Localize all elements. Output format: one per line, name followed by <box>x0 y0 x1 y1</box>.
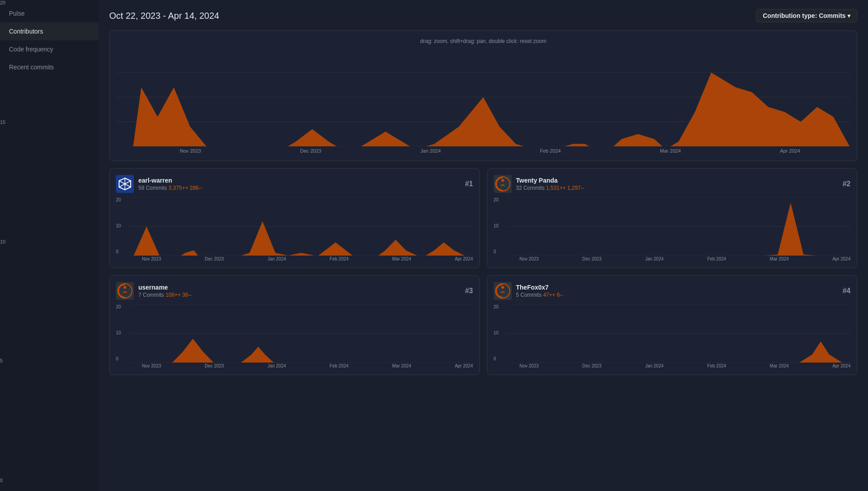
svg-marker-31 <box>765 203 816 256</box>
commits-count-4: 5 Commits <box>516 292 542 298</box>
mini-chart-2[interactable] <box>507 197 851 256</box>
rank-4: #4 <box>842 287 851 295</box>
contributor-name-4[interactable]: TheFox0x7 <box>516 284 564 291</box>
mini-chart-wrap-4: 20 10 0 <box>494 304 851 368</box>
main-content: Oct 22, 2023 - Apr 14, 2024 Contribution… <box>98 0 868 491</box>
svg-marker-37 <box>172 339 214 363</box>
commits-count-2: 32 Commits <box>516 185 545 191</box>
contributors-grid: earl-warren 58 Commits 3,375++ 286-- #1 … <box>109 168 857 375</box>
contribution-type-button[interactable]: Contribution type: Commits ▾ <box>756 9 857 22</box>
contributor-stats-1: 58 Commits 3,375++ 286-- <box>138 185 202 191</box>
svg-marker-23 <box>318 242 353 256</box>
svg-marker-25 <box>426 242 464 256</box>
contributor-header-1: earl-warren 58 Commits 3,375++ 286-- #1 <box>116 175 473 193</box>
svg-point-39 <box>496 284 510 298</box>
mini-chart-3[interactable] <box>129 304 473 363</box>
mini-x-labels-2: Nov 2023 Dec 2023 Jan 2024 Feb 2024 Mar … <box>507 256 851 261</box>
mini-x-labels-3: Nov 2023 Dec 2023 Jan 2024 Feb 2024 Mar … <box>129 363 473 368</box>
commits-count-1: 58 Commits <box>138 185 167 191</box>
mini-chart-1[interactable] <box>129 197 473 256</box>
additions-4: 47++ <box>543 292 555 298</box>
deletions-1: 286-- <box>190 185 202 191</box>
svg-point-26 <box>496 177 510 191</box>
deletions-3: 36-- <box>182 292 192 298</box>
svg-marker-5 <box>117 87 280 146</box>
avatar-twenty-panda <box>494 175 512 193</box>
contributor-info-4: TheFox0x7 5 Commits 47++ 6-- <box>494 282 564 300</box>
contributor-card-1: earl-warren 58 Commits 3,375++ 286-- #1 … <box>109 168 480 268</box>
svg-marker-19 <box>129 226 181 256</box>
date-range: Oct 22, 2023 - Apr 14, 2024 <box>109 11 219 21</box>
mini-chart-wrap-1: 20 10 0 <box>116 197 473 261</box>
contribution-type-label: Contribution type: <box>763 12 819 19</box>
svg-marker-20 <box>181 250 207 256</box>
rank-3: #3 <box>465 287 473 295</box>
contributor-info-3: username 7 Commits 108++ 36-- <box>116 282 192 300</box>
rank-2: #2 <box>842 180 851 188</box>
avatar-thefox0x7 <box>494 282 512 300</box>
svg-marker-24 <box>378 240 417 256</box>
contributor-name-wrap-2: Twenty Panda 32 Commits 1,531++ 1,297-- <box>516 177 585 191</box>
svg-point-33 <box>124 286 126 289</box>
sidebar-item-code-frequency[interactable]: Code frequency <box>0 40 98 58</box>
contribution-type-value: Commits <box>819 12 846 19</box>
contributor-name-3[interactable]: username <box>138 284 192 291</box>
additions-2: 1,531++ <box>546 185 566 191</box>
header-row: Oct 22, 2023 - Apr 14, 2024 Contribution… <box>109 9 857 22</box>
sidebar-item-contributors[interactable]: Contributors <box>0 22 98 40</box>
contributor-header-2: Twenty Panda 32 Commits 1,531++ 1,297-- … <box>494 175 851 193</box>
sidebar-item-pulse[interactable]: Pulse <box>0 4 98 22</box>
sidebar-item-recent-commits[interactable]: Recent commits <box>0 58 98 76</box>
mini-x-labels-1: Nov 2023 Dec 2023 Jan 2024 Feb 2024 Mar … <box>129 256 473 261</box>
overview-chart[interactable] <box>117 48 850 146</box>
mini-chart-4[interactable] <box>507 304 851 363</box>
mini-x-labels-4: Nov 2023 Dec 2023 Jan 2024 Feb 2024 Mar … <box>507 363 851 368</box>
svg-point-40 <box>501 286 504 289</box>
contributor-card-3: username 7 Commits 108++ 36-- #3 20 10 <box>109 275 480 375</box>
contributor-stats-3: 7 Commits 108++ 36-- <box>138 292 192 298</box>
svg-marker-38 <box>241 347 274 363</box>
contributor-name-wrap-1: earl-warren 58 Commits 3,375++ 286-- <box>138 177 202 191</box>
svg-marker-44 <box>799 342 842 363</box>
contributor-card-4: TheFox0x7 5 Commits 47++ 6-- #4 20 10 <box>487 275 858 375</box>
contributor-stats-2: 32 Commits 1,531++ 1,297-- <box>516 185 585 191</box>
svg-marker-9 <box>614 134 663 147</box>
overview-chart-section: drag: zoom, shift+drag: pan, double clic… <box>109 30 857 161</box>
contributor-header-4: TheFox0x7 5 Commits 47++ 6-- #4 <box>494 282 851 300</box>
mini-chart-wrap-3: 20 10 0 <box>116 304 473 368</box>
contributor-stats-4: 5 Commits 47++ 6-- <box>516 292 564 298</box>
contributor-info-1: earl-warren 58 Commits 3,375++ 286-- <box>116 175 202 193</box>
additions-3: 108++ <box>166 292 181 298</box>
svg-point-32 <box>118 284 132 298</box>
svg-point-27 <box>501 179 504 182</box>
sidebar: Pulse Contributors Code frequency Recent… <box>0 0 98 491</box>
mini-chart-wrap-2: 20 10 0 <box>494 197 851 261</box>
additions-1: 3,375++ <box>168 185 188 191</box>
contributor-name-wrap-3: username 7 Commits 108++ 36-- <box>138 284 192 298</box>
contributor-name-2[interactable]: Twenty Panda <box>516 177 585 184</box>
contributor-card-2: Twenty Panda 32 Commits 1,531++ 1,297-- … <box>487 168 858 268</box>
contributor-header-3: username 7 Commits 108++ 36-- #3 <box>116 282 473 300</box>
svg-marker-6 <box>288 129 410 147</box>
x-axis-labels: Nov 2023 Dec 2023 Jan 2024 Feb 2024 Mar … <box>117 148 850 154</box>
svg-marker-8 <box>564 144 589 147</box>
commits-count-3: 7 Commits <box>138 292 164 298</box>
chart-hint: drag: zoom, shift+drag: pan, double clic… <box>117 38 850 44</box>
contributor-name-1[interactable]: earl-warren <box>138 177 202 184</box>
contributor-info-2: Twenty Panda 32 Commits 1,531++ 1,297-- <box>494 175 585 193</box>
svg-marker-10 <box>671 73 850 146</box>
rank-1: #1 <box>465 180 473 188</box>
deletions-4: 6-- <box>557 292 564 298</box>
avatar-username <box>116 282 134 300</box>
svg-marker-22 <box>288 253 314 256</box>
avatar-earl-warren <box>116 175 134 193</box>
contributor-name-wrap-4: TheFox0x7 5 Commits 47++ 6-- <box>516 284 564 298</box>
deletions-2: 1,297-- <box>567 185 584 191</box>
